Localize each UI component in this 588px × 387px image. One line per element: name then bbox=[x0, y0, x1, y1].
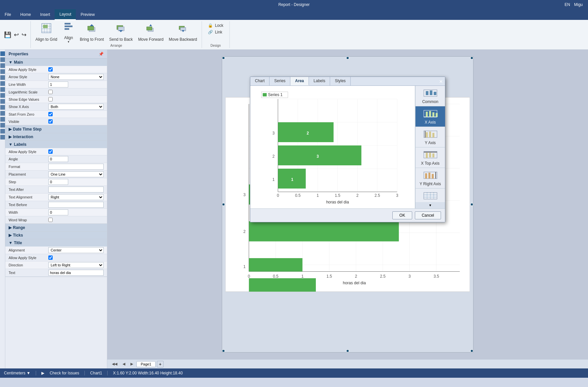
modal-tab-series[interactable]: Series bbox=[270, 77, 290, 85]
align-grid-button[interactable]: Align to Grid bbox=[33, 22, 59, 43]
prop-select-direction[interactable]: Left to RightRight to Left bbox=[48, 262, 104, 268]
prop-input-format[interactable] bbox=[48, 164, 104, 170]
prop-input-width[interactable] bbox=[48, 209, 68, 215]
sidebar-tool-7[interactable] bbox=[0, 87, 5, 92]
modal-tab-area[interactable]: Area bbox=[290, 77, 309, 85]
prop-checkbox-visible[interactable] bbox=[48, 119, 53, 124]
section-range-header[interactable]: ▶ Range bbox=[5, 224, 107, 231]
panel-option-common[interactable]: Common bbox=[416, 86, 445, 106]
menu-file[interactable]: File bbox=[0, 9, 16, 20]
svg-text:2.5: 2.5 bbox=[374, 193, 380, 198]
svg-rect-68 bbox=[278, 122, 334, 142]
prop-select-placement[interactable]: One LineTwo Lines bbox=[48, 171, 104, 177]
page-nav-first[interactable]: ◀◀ bbox=[110, 361, 119, 367]
prop-checkbox-show-edge-values[interactable] bbox=[48, 97, 53, 101]
sidebar-tool-12[interactable] bbox=[0, 117, 5, 122]
prop-checkbox-labels-allow-apply[interactable] bbox=[48, 149, 53, 154]
section-ticks-header[interactable]: ▶ Ticks bbox=[5, 232, 107, 239]
move-forward-icon bbox=[145, 23, 156, 36]
page-tab-1[interactable]: Page1 bbox=[136, 361, 156, 367]
sidebar-tool-9[interactable] bbox=[0, 99, 5, 104]
section-datetime-header[interactable]: ▶ Date Time Step bbox=[5, 126, 107, 133]
align-button[interactable]: Align ▼ bbox=[61, 22, 76, 43]
menu-preview[interactable]: Preview bbox=[76, 9, 99, 20]
prop-input-text-before[interactable] bbox=[48, 202, 104, 208]
save-icon[interactable]: 💾 bbox=[3, 30, 13, 39]
section-main-header[interactable]: ▼ Main bbox=[5, 59, 107, 66]
language-selector[interactable]: EN bbox=[564, 2, 570, 7]
prop-select-text-alignment[interactable]: RightLeftCenter bbox=[48, 194, 104, 200]
bring-front-button[interactable]: Bring to Front bbox=[78, 22, 106, 43]
prop-checkbox-word-wrap[interactable] bbox=[48, 218, 53, 222]
move-forward-button[interactable]: Move Forward bbox=[136, 22, 166, 43]
prop-text-alignment: Text Alignment RightLeftCenter bbox=[5, 194, 107, 201]
y-axis-icon bbox=[422, 129, 438, 139]
menu-home[interactable]: Home bbox=[16, 9, 35, 20]
modal-tab-styles[interactable]: Styles bbox=[330, 77, 351, 85]
prop-input-angle[interactable] bbox=[48, 156, 68, 162]
left-sidebar bbox=[0, 50, 5, 368]
move-backward-button[interactable]: Move Backward bbox=[167, 22, 199, 43]
prop-label-show-edge-values: Show Edge Values bbox=[9, 97, 48, 101]
status-units[interactable]: Centimeters ▼ bbox=[4, 371, 30, 375]
ok-button[interactable]: OK bbox=[392, 211, 412, 219]
svg-text:1: 1 bbox=[317, 193, 319, 198]
sidebar-tool-2[interactable] bbox=[0, 57, 5, 62]
sidebar-tool-13[interactable] bbox=[0, 123, 5, 128]
prop-select-title-alignment[interactable]: CenterLeftRight bbox=[48, 247, 104, 253]
sidebar-tool-5[interactable] bbox=[0, 75, 5, 80]
svg-text:2: 2 bbox=[272, 154, 275, 159]
sidebar-tool-15[interactable] bbox=[0, 135, 5, 139]
cancel-button[interactable]: Cancel bbox=[415, 211, 441, 219]
prop-select-arrow-style[interactable]: NoneArrowDouble bbox=[48, 74, 104, 80]
prop-checkbox-start-from-zero[interactable] bbox=[48, 112, 53, 116]
modal-close-button[interactable]: ✕ bbox=[439, 79, 443, 84]
sidebar-tool-4[interactable] bbox=[0, 69, 5, 74]
lock-button[interactable]: 🔒 Lock bbox=[206, 23, 225, 28]
prop-input-line-width[interactable] bbox=[48, 82, 68, 87]
sidebar-tool-8[interactable] bbox=[0, 93, 5, 98]
panel-option-y-right-axis[interactable]: Y Right Axis bbox=[416, 168, 445, 189]
section-interaction-header[interactable]: ▶ Interaction bbox=[5, 133, 107, 140]
panel-scroll-down[interactable]: ▼ bbox=[416, 202, 445, 208]
prop-input-text-after[interactable] bbox=[48, 187, 104, 193]
undo-icon[interactable]: ↩ bbox=[13, 30, 20, 39]
page-nav-prev[interactable]: ◀ bbox=[121, 361, 127, 367]
section-ticks: ▶ Ticks bbox=[5, 232, 107, 239]
section-title-header[interactable]: ▼ Title bbox=[5, 239, 107, 247]
section-ticks-label: Ticks bbox=[13, 233, 23, 238]
canvas-area[interactable]: 0 0.5 1 1.5 2 2.5 3 3.5 horas del dia 3 … bbox=[107, 50, 588, 368]
sidebar-tool-1[interactable] bbox=[0, 51, 5, 56]
panel-option-x-top-axis[interactable]: X Top Axis bbox=[416, 147, 445, 168]
prop-checkbox-allow-apply-style[interactable] bbox=[48, 67, 53, 72]
prop-select-show-x-axis[interactable]: BothTopBottomNone bbox=[48, 104, 104, 110]
menu-insert[interactable]: Insert bbox=[35, 9, 55, 20]
modal-chart-area: Series 1 bbox=[250, 86, 415, 208]
status-chart-label: Chart1 bbox=[90, 371, 102, 375]
sidebar-tool-14[interactable] bbox=[0, 129, 5, 134]
prop-checkbox-logarithmic-scale[interactable] bbox=[48, 90, 53, 94]
panel-option-grid-lines[interactable]: Grid Lines bbox=[416, 189, 445, 202]
prop-checkbox-title-allow-apply[interactable] bbox=[48, 255, 53, 260]
add-page-button[interactable]: + bbox=[157, 361, 164, 367]
prop-input-title-text[interactable] bbox=[48, 270, 104, 276]
sidebar-tool-6[interactable] bbox=[0, 81, 5, 86]
modal-tab-chart[interactable]: Chart bbox=[250, 77, 270, 85]
properties-pin-icon[interactable]: 📌 bbox=[99, 52, 104, 56]
menu-layout[interactable]: Layout bbox=[55, 9, 76, 20]
panel-option-x-axis[interactable]: X Axis bbox=[416, 106, 445, 127]
link-button[interactable]: 🔗 Link bbox=[206, 29, 225, 35]
page-nav-next[interactable]: ▶ bbox=[128, 361, 135, 367]
sidebar-tool-10[interactable] bbox=[0, 105, 5, 110]
status-check-issues[interactable]: Check for Issues bbox=[50, 371, 79, 375]
sidebar-tool-11[interactable] bbox=[0, 111, 5, 116]
modal-tab-labels[interactable]: Labels bbox=[309, 77, 330, 85]
lock-icon: 🔒 bbox=[208, 23, 213, 28]
section-labels-header[interactable]: ▼ Labels bbox=[5, 141, 107, 148]
panel-option-y-axis[interactable]: Y Axis bbox=[416, 127, 445, 147]
prop-input-step[interactable] bbox=[48, 179, 68, 185]
sidebar-tool-3[interactable] bbox=[0, 63, 5, 68]
send-back-button[interactable]: Send to Back bbox=[107, 22, 135, 43]
redo-icon[interactable]: ↪ bbox=[20, 30, 28, 39]
svg-rect-8 bbox=[65, 23, 71, 25]
